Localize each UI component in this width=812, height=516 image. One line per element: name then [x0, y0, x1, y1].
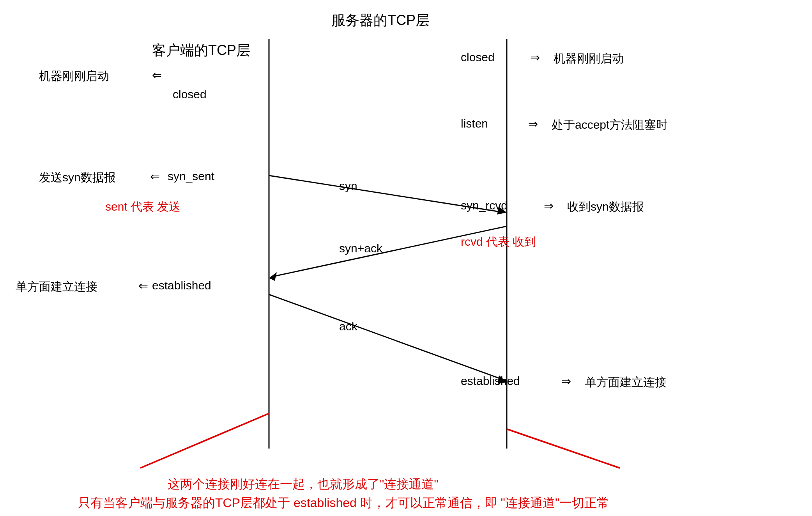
server-listen-state: listen — [461, 117, 488, 130]
client-sent-note: sent 代表 发送 — [105, 199, 180, 215]
client-established-state: established — [152, 279, 211, 292]
client-machine-start: 机器刚刚启动 — [39, 68, 109, 84]
client-closed-state: closed — [173, 88, 207, 101]
client-syn-sent-state: syn_sent — [168, 170, 214, 183]
client-closed-arrow: ⇐ — [152, 68, 162, 82]
svg-line-8 — [140, 413, 269, 468]
server-established-arrow: ⇒ — [561, 374, 571, 388]
server-syn-rcvd-state: syn_rcvd — [461, 199, 508, 212]
server-established-state: established — [461, 374, 520, 388]
client-tcp-label: 客户端的TCP层 — [152, 41, 250, 60]
syn-ack-label: syn+ack — [339, 242, 382, 255]
server-listen-arrow: ⇒ — [528, 117, 538, 131]
client-syn-sent-arrow: ⇐ — [150, 170, 160, 183]
svg-line-9 — [507, 429, 620, 468]
server-syn-rcvd-arrow: ⇒ — [544, 199, 554, 213]
server-machine-start: 机器刚刚启动 — [554, 51, 624, 67]
bottom-text2: 只有当客户端与服务器的TCP层都处于 established 时，才可以正常通信… — [78, 495, 609, 512]
server-syn-rcvd-desc: 收到syn数据报 — [567, 199, 644, 215]
server-listen-desc: 处于accept方法阻塞时 — [552, 117, 668, 133]
server-closed-arrow: ⇒ — [530, 51, 540, 64]
server-established-desc: 单方面建立连接 — [585, 374, 667, 390]
ack-label: ack — [339, 320, 357, 333]
client-established-arrow: ⇐ — [138, 279, 148, 293]
client-syn-send-desc: 发送syn数据报 — [39, 170, 116, 186]
syn-label: syn — [339, 179, 357, 193]
server-rcvd-note: rcvd 代表 收到 — [461, 234, 536, 250]
client-established-desc: 单方面建立连接 — [16, 279, 97, 295]
bottom-text1: 这两个连接刚好连在一起，也就形成了"连接通道" — [168, 476, 439, 493]
svg-line-6 — [269, 294, 505, 380]
svg-marker-5 — [269, 272, 277, 281]
server-tcp-label: 服务器的TCP层 — [331, 11, 430, 30]
server-closed-state: closed — [461, 51, 495, 64]
